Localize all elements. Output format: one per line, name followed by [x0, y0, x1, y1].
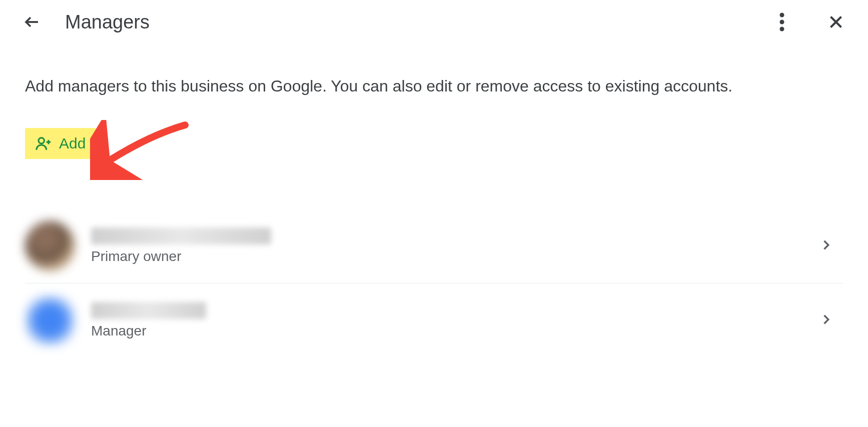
svg-point-2: [780, 20, 784, 24]
more-vert-icon: [779, 12, 784, 32]
avatar: [25, 296, 75, 346]
svg-point-1: [780, 13, 784, 18]
manager-info: Primary owner: [91, 228, 819, 264]
close-icon: [827, 13, 845, 31]
page-title: Managers: [65, 12, 150, 33]
add-button-highlight: Add: [25, 128, 96, 159]
manager-name-redacted: [91, 228, 271, 244]
svg-point-3: [780, 27, 784, 32]
avatar: [25, 221, 75, 271]
dialog-header: Managers: [0, 0, 868, 44]
svg-point-6: [39, 138, 44, 144]
managers-list: Primary owner Manager: [25, 209, 843, 358]
chevron-right-icon: [819, 312, 833, 328]
chevron-right-icon: [819, 238, 833, 254]
manager-role: Manager: [91, 323, 819, 339]
manager-name-redacted: [91, 302, 206, 319]
manager-list-item[interactable]: Primary owner: [25, 209, 843, 284]
description-text: Add managers to this business on Google.…: [25, 74, 843, 98]
dialog-content: Add managers to this business on Google.…: [0, 44, 868, 358]
person-add-icon: [35, 135, 52, 152]
manager-list-item[interactable]: Manager: [25, 284, 843, 358]
close-button[interactable]: [824, 10, 848, 34]
manager-role: Primary owner: [91, 248, 819, 264]
arrow-left-icon: [23, 13, 41, 31]
add-manager-button[interactable]: Add: [35, 135, 86, 152]
header-actions: [770, 10, 848, 34]
more-options-button[interactable]: [770, 10, 794, 34]
manager-info: Manager: [91, 302, 819, 339]
back-button[interactable]: [20, 10, 44, 34]
add-button-label: Add: [59, 135, 86, 152]
